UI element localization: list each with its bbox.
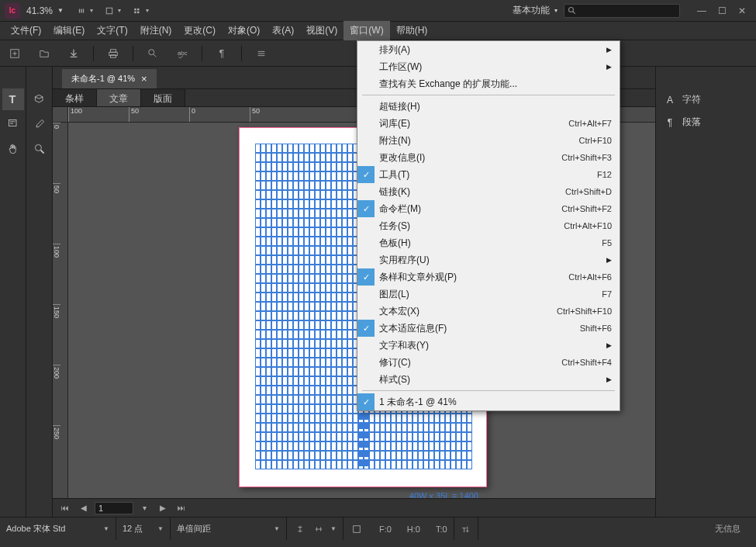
page-number-input[interactable]: 1 bbox=[95, 502, 133, 514]
panel-item[interactable]: ¶段落 bbox=[656, 111, 756, 133]
align-vertical-icon[interactable] bbox=[293, 519, 307, 539]
prev-page-button[interactable]: ◀ bbox=[76, 501, 91, 515]
fit-icon[interactable] bbox=[350, 519, 364, 539]
menu-item[interactable]: 更改(C) bbox=[178, 21, 222, 40]
menu-dropdown-item[interactable]: 链接(K)Ctrl+Shift+D bbox=[357, 183, 620, 200]
svg-rect-23 bbox=[9, 119, 16, 126]
svg-line-17 bbox=[154, 54, 157, 57]
menu-icon[interactable] bbox=[251, 43, 271, 64]
menubar: 文件(F)编辑(E)文字(T)附注(N)更改(C)对象(O)表(A)视图(V)窗… bbox=[0, 22, 756, 40]
panel-label: 段落 bbox=[682, 116, 701, 129]
menu-dropdown-item[interactable]: ✓工具(T)F12 bbox=[357, 166, 620, 183]
menu-dropdown-item[interactable]: 查找有关 Exchange 的扩展功能... bbox=[357, 75, 620, 92]
submenu-arrow-icon: ▶ bbox=[606, 376, 612, 383]
menu-dropdown-item[interactable]: 更改信息(I)Ctrl+Shift+F3 bbox=[357, 149, 620, 166]
menu-dropdown-item[interactable]: ✓条样和文章外观(P)Ctrl+Alt+F6 bbox=[357, 268, 620, 286]
type-tool[interactable]: T bbox=[2, 88, 24, 110]
minimize-button[interactable]: — bbox=[692, 3, 711, 19]
panel-tab[interactable]: 版面 bbox=[141, 89, 185, 106]
menu-item-label: 色板(H) bbox=[379, 237, 411, 250]
position-tool[interactable] bbox=[29, 88, 50, 110]
zoom-dropdown[interactable]: 41.3% ▼ bbox=[26, 5, 64, 16]
fit-info: F:0 H:0 T:0 bbox=[343, 518, 454, 540]
menu-dropdown-item[interactable]: ✓文本适应信息(F)Shift+F6 bbox=[357, 320, 620, 337]
menu-dropdown-item[interactable]: ✓1 未命名-1 @ 41% bbox=[357, 393, 620, 410]
tool-icon-1[interactable]: ▾ bbox=[78, 5, 93, 17]
align-group: ▼ bbox=[287, 518, 343, 540]
panel-icon: ¶ bbox=[664, 116, 676, 129]
caret-icon: ▾ bbox=[118, 7, 121, 14]
find-icon[interactable] bbox=[143, 43, 163, 64]
menu-dropdown-item[interactable]: 词库(E)Ctrl+Alt+F7 bbox=[357, 115, 620, 132]
panel-item[interactable]: A字符 bbox=[656, 88, 756, 111]
close-tab-icon[interactable]: × bbox=[141, 73, 147, 85]
menu-dropdown-item[interactable]: 修订(C)Ctrl+Shift+F4 bbox=[357, 354, 620, 371]
menu-item-label: 文本宏(X) bbox=[379, 305, 419, 318]
next-page-button[interactable]: ▶ bbox=[155, 501, 171, 515]
menu-item[interactable]: 窗口(W) bbox=[343, 21, 389, 40]
document-tab-label: 未命名-1 @ 41% bbox=[71, 73, 135, 85]
tool-icon-3[interactable]: ▾ bbox=[133, 5, 149, 17]
menu-dropdown-item[interactable]: 色板(H)F5 bbox=[357, 234, 620, 251]
menu-dropdown-item[interactable]: 文字和表(Y)▶ bbox=[357, 337, 620, 354]
right-panels: A字符¶段落 bbox=[655, 67, 756, 517]
menu-item[interactable]: 附注(N) bbox=[134, 21, 178, 40]
svg-point-16 bbox=[149, 49, 154, 54]
first-page-button[interactable]: ⏮ bbox=[57, 501, 73, 515]
maximize-button[interactable]: ☐ bbox=[713, 3, 731, 19]
menu-item[interactable]: 编辑(E) bbox=[47, 21, 91, 40]
status-info: 无信息 bbox=[699, 523, 756, 535]
last-page-button[interactable]: ⏭ bbox=[174, 501, 189, 515]
menu-dropdown-item[interactable]: 工作区(W)▶ bbox=[357, 58, 620, 75]
text-wrap-icon[interactable]: T bbox=[454, 518, 478, 540]
font-selector[interactable]: Adobe 宋体 Std ▼ bbox=[0, 518, 116, 540]
hand-tool[interactable] bbox=[2, 138, 24, 160]
menu-item-label: 文字和表(Y) bbox=[379, 339, 429, 352]
save-icon[interactable] bbox=[64, 43, 84, 64]
menu-item-label: 命令栏(M) bbox=[379, 203, 421, 216]
panel-tab[interactable]: 文章 bbox=[97, 89, 141, 106]
search-input[interactable] bbox=[564, 4, 680, 18]
menu-dropdown-item[interactable]: 样式(S)▶ bbox=[357, 371, 620, 388]
workspace-selector[interactable]: 基本功能 ▾ bbox=[513, 4, 558, 17]
menu-item-label: 修订(C) bbox=[379, 356, 411, 369]
menu-dropdown-item[interactable]: 实用程序(U)▶ bbox=[357, 251, 620, 268]
menu-item-label: 词库(E) bbox=[379, 117, 410, 130]
submenu-arrow-icon: ▶ bbox=[606, 256, 612, 264]
menu-dropdown-item[interactable]: 任务(S)Ctrl+Alt+F10 bbox=[357, 217, 620, 234]
dropdown-page-button[interactable]: ▾ bbox=[136, 501, 152, 515]
panel-tab[interactable]: 条样 bbox=[53, 89, 97, 106]
menu-item[interactable]: 对象(O) bbox=[222, 21, 266, 40]
caret-down-icon: ▼ bbox=[157, 525, 164, 532]
open-icon[interactable] bbox=[34, 43, 54, 64]
menu-item[interactable]: 视图(V) bbox=[300, 21, 343, 40]
eyedropper-tool[interactable] bbox=[29, 113, 50, 135]
menu-dropdown-item[interactable]: 排列(A)▶ bbox=[357, 41, 620, 58]
caret-icon: ▾ bbox=[146, 7, 149, 14]
menu-dropdown-item[interactable]: 图层(L)F7 bbox=[357, 286, 620, 303]
pilcrow-icon[interactable]: ¶ bbox=[212, 43, 232, 64]
align-horizontal-icon[interactable] bbox=[312, 519, 326, 539]
leading-selector[interactable]: 单倍间距 ▼ bbox=[171, 518, 287, 540]
menu-dropdown-item[interactable]: 附注(N)Ctrl+F10 bbox=[357, 132, 620, 149]
font-size-selector[interactable]: 12 点 ▼ bbox=[116, 518, 171, 540]
caret-icon: ▾ bbox=[90, 7, 93, 14]
caret-down-icon: ▼ bbox=[57, 7, 64, 14]
menu-dropdown-item[interactable]: ✓命令栏(M)Ctrl+Shift+F2 bbox=[357, 200, 620, 217]
tool-icon-2[interactable]: ▾ bbox=[105, 5, 121, 17]
menu-item[interactable]: 表(A) bbox=[266, 21, 300, 40]
menu-dropdown-item[interactable]: 文本宏(X)Ctrl+Shift+F10 bbox=[357, 303, 620, 320]
menu-item-label: 图层(L) bbox=[379, 288, 409, 301]
menu-item[interactable]: 帮助(H) bbox=[390, 21, 434, 40]
document-tab[interactable]: 未命名-1 @ 41% × bbox=[62, 69, 157, 88]
print-icon[interactable] bbox=[103, 43, 123, 64]
menu-item[interactable]: 文件(F) bbox=[5, 21, 47, 40]
new-icon[interactable] bbox=[5, 43, 25, 64]
menu-dropdown-item[interactable]: 超链接(H) bbox=[357, 98, 620, 115]
zoom-tool[interactable] bbox=[29, 138, 50, 160]
note-tool[interactable] bbox=[2, 113, 24, 135]
left-toolbar-1: T bbox=[0, 67, 26, 517]
spellcheck-icon[interactable]: abc bbox=[172, 43, 192, 64]
close-button[interactable]: ✕ bbox=[733, 3, 751, 19]
menu-item[interactable]: 文字(T) bbox=[91, 21, 133, 40]
